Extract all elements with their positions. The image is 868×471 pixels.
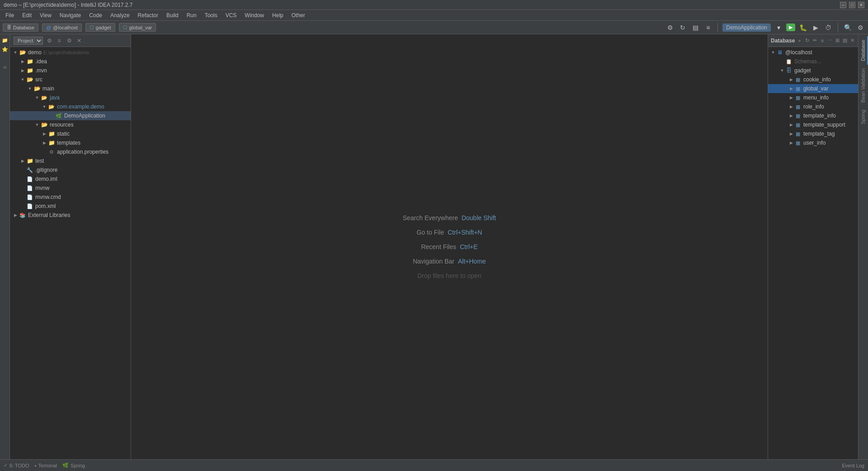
tree-label-resources: resources [50,122,74,128]
tree-item-main[interactable]: main [10,84,131,93]
run-config-dropdown[interactable]: ▾ [774,23,783,33]
project-icon[interactable]: 📁 [1,36,9,44]
tree-item-src[interactable]: src [10,75,131,84]
tree-item-demo[interactable]: demo E:\project\idea\demo [10,48,131,57]
db-add-icon[interactable]: + [797,37,802,44]
coverage-button[interactable]: ▶ [811,23,821,33]
settings-icon[interactable]: ⚙ [855,23,865,33]
db-arrow-template-tag [788,131,794,137]
far-right-tabs: Database Bean Validation Spring [858,34,868,459]
tree-item-app-props[interactable]: ⚙ application.properties [10,147,131,156]
menu-edit[interactable]: Edit [19,11,35,19]
tree-item-templates[interactable]: templates [10,138,131,147]
status-terminal[interactable]: ▪ Terminal [35,463,57,468]
toolbar-settings-icon[interactable]: ⚙ [665,23,675,33]
menu-vcs[interactable]: VCS [222,11,241,19]
menu-view[interactable]: View [36,11,55,19]
menu-file[interactable]: File [2,11,18,19]
tree-item-demo-iml[interactable]: 📄 demo.iml [10,174,131,184]
tab-database[interactable]: Database [859,36,868,65]
tree-item-java[interactable]: 📂 java [10,93,131,102]
maximize-button[interactable]: □ [849,2,855,8]
db-label-user-info: user_info [803,140,826,146]
tree-item-static[interactable]: static [10,129,131,138]
status-todo[interactable]: ✓ 6: TODO [4,462,29,468]
panel-settings-icon[interactable]: ≡ [56,37,63,44]
folder-open-icon-main [33,85,41,92]
panel-gear-icon[interactable]: ⚙ [66,37,73,44]
tree-item-com-example-demo[interactable]: 📂 com.example.demo [10,102,131,111]
menu-navigate[interactable]: Navigate [56,11,85,19]
menu-window[interactable]: Window [241,11,268,19]
menu-refactor[interactable]: Refactor [134,11,162,19]
menu-code[interactable]: Code [85,11,106,19]
db-grid-icon[interactable]: ⊞ [835,37,840,44]
tree-item-mvnw-cmd[interactable]: 📄 mvnw.cmd [10,193,131,202]
panel-close-icon[interactable]: ✕ [75,37,83,44]
db-refresh-icon[interactable]: ↻ [804,37,810,44]
tab-bean-validation[interactable]: Bean Validation [859,65,868,106]
search-everywhere-icon[interactable]: 🔍 [843,23,853,33]
db-item-menu-info[interactable]: ▦ menu_info [768,93,858,102]
db-item-user-info[interactable]: ▦ user_info [768,138,858,147]
db-item-global-var[interactable]: ▦ global_var [768,84,858,93]
toolbar-tab-global-var[interactable]: ⬡ global_var [119,23,156,32]
db-filter-icon[interactable]: ≡ [819,37,825,44]
db-table-tag-icon: ▦ [794,130,802,137]
spring-app-icon: 🌿 [55,112,62,119]
db-item-template-tag[interactable]: ▦ template_tag [768,129,858,138]
tab-spring[interactable]: Spring [859,106,868,128]
db-item-localhost[interactable]: 🖥 @localhost [768,48,858,57]
db-close-icon[interactable]: ✕ [849,37,855,44]
tree-item-mvn[interactable]: .mvn [10,66,131,75]
menu-build[interactable]: Build [163,11,182,19]
tree-item-pom[interactable]: 📄 pom.xml [10,202,131,211]
minimize-button[interactable]: – [840,2,846,8]
toolbar-tab-database[interactable]: 🗄 Database [3,24,38,32]
db-table-icon[interactable]: ▤ [842,37,848,44]
tree-item-demo-application[interactable]: 🌿 DemoApplication [10,111,131,120]
db-item-cookie-info[interactable]: ▦ cookie_info [768,75,858,84]
tree-item-idea[interactable]: .idea [10,57,131,66]
toolbar-console-icon[interactable]: ▤ [690,23,700,33]
status-event-log[interactable]: Event Log [842,463,864,468]
toolbar-separator [717,23,718,32]
db-edit-icon[interactable]: ✏ [812,37,818,44]
toolbar-sync-icon[interactable]: ↻ [678,23,688,33]
toolbar-tab-localhost[interactable]: @ @localhost [42,24,82,32]
project-view-select[interactable]: Project [14,37,43,45]
status-spring[interactable]: 🌿 Spring [62,462,85,468]
tree-arrow-app-props [41,148,48,155]
db-item-role-info[interactable]: ▦ role_info [768,102,858,111]
db-item-gadget[interactable]: 🗄 gadget [768,66,858,75]
tree-item-resources[interactable]: resources [10,120,131,129]
close-button[interactable]: ✕ [858,2,864,8]
tree-arrow-demo-iml [19,175,26,183]
folder-icon-idea [26,58,33,65]
tree-item-mvnw[interactable]: 📄 mvnw [10,184,131,193]
tree-item-gitignore[interactable]: 🔧 .gitignore [10,165,131,174]
db-item-template-support[interactable]: ▦ template_support [768,120,858,129]
db-arrow-global-var [788,85,794,92]
menu-other[interactable]: Other [288,11,309,19]
tree-arrow-idea [19,58,26,65]
db-item-schemas[interactable]: 📋 Schemas... [768,57,858,66]
debug-button[interactable]: 🐛 [798,23,808,33]
db-more-icon[interactable]: ⋯ [827,37,833,44]
structure-icon[interactable]: S [1,63,9,71]
menu-tools[interactable]: Tools [201,11,221,19]
menu-analyze[interactable]: Analyze [107,11,133,19]
db-item-template-info[interactable]: ▦ template_info [768,111,858,120]
status-bar: ✓ 6: TODO ▪ Terminal 🌿 Spring Event Log [0,459,868,471]
tree-item-test[interactable]: test [10,156,131,165]
toolbar-tab-gadget[interactable]: ⬡ gadget [85,23,115,32]
tree-item-external-libs[interactable]: 📚 External Libraries [10,211,131,220]
favorites-icon[interactable]: ⭐ [1,45,9,53]
menu-help[interactable]: Help [269,11,287,19]
app-name-label[interactable]: DemoApplication [722,24,771,32]
panel-sync-icon[interactable]: ⚙ [46,37,53,44]
run-button[interactable]: ▶ [786,24,795,31]
menu-run[interactable]: Run [183,11,200,19]
toolbar-schema-icon[interactable]: ≡ [703,23,713,33]
profile-button[interactable]: ⏱ [823,23,833,33]
